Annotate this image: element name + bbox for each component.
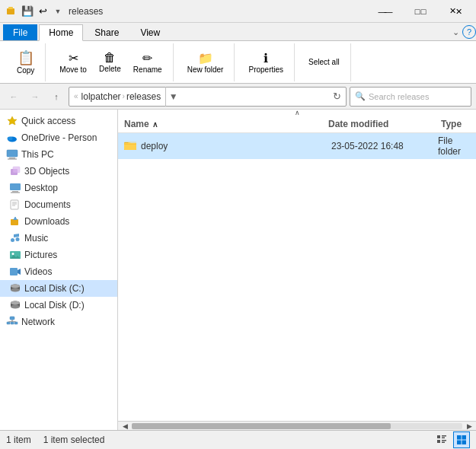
maximize-button[interactable]: □ bbox=[406, 0, 441, 23]
column-date[interactable]: Date modified bbox=[328, 119, 435, 129]
save-icon[interactable]: 💾 bbox=[21, 5, 34, 18]
svg-rect-53 bbox=[457, 435, 462, 440]
sidebar-item-documents[interactable]: Documents bbox=[0, 196, 117, 213]
tab-file[interactable]: File bbox=[3, 24, 37, 40]
3d-objects-label: 3D Objects bbox=[24, 166, 69, 177]
sidebar-item-desktop[interactable]: Desktop bbox=[0, 180, 117, 196]
horizontal-scrollbar[interactable]: ◀ ▶ bbox=[118, 421, 476, 430]
svg-point-34 bbox=[11, 301, 20, 305]
statusbar: 1 item 1 item selected bbox=[0, 430, 476, 449]
undo-icon[interactable]: ↩ bbox=[37, 5, 49, 18]
tab-view[interactable]: View bbox=[130, 24, 170, 40]
sidebar-item-network[interactable]: Network bbox=[0, 314, 117, 330]
help-button[interactable]: ? bbox=[462, 25, 476, 39]
minimize-button[interactable]: — bbox=[371, 0, 406, 23]
view-tiles-button[interactable] bbox=[453, 431, 470, 448]
refresh-button[interactable]: ↻ bbox=[333, 91, 341, 102]
this-pc-icon bbox=[6, 148, 18, 161]
sidebar-item-local-c[interactable]: Local Disk (C:) bbox=[0, 280, 117, 297]
item-count: 1 item bbox=[6, 435, 31, 445]
address-dropdown[interactable]: ▼ bbox=[165, 87, 180, 107]
empty-content[interactable] bbox=[118, 159, 476, 421]
svg-rect-9 bbox=[13, 167, 20, 173]
scrollbar-thumb[interactable] bbox=[132, 423, 391, 429]
column-type[interactable]: Type bbox=[441, 119, 462, 129]
svg-rect-55 bbox=[457, 441, 462, 445]
svg-point-29 bbox=[11, 288, 20, 292]
svg-point-21 bbox=[16, 237, 20, 241]
address-segment-parent[interactable]: lolpatcher bbox=[81, 91, 121, 102]
3d-objects-icon bbox=[9, 165, 21, 177]
sidebar-item-local-d[interactable]: Local Disk (D:) bbox=[0, 297, 117, 314]
close-button[interactable]: ✕ bbox=[441, 0, 476, 23]
ribbon-btn-copy[interactable]: 📋 Copy bbox=[12, 48, 39, 76]
scroll-left-button[interactable]: ◀ bbox=[120, 422, 130, 431]
ribbon-group-organize: ✂ Move to 🗑 Delete ✏ Rename bbox=[49, 43, 173, 81]
up-button[interactable]: ↑ bbox=[47, 88, 65, 106]
svg-rect-36 bbox=[7, 322, 10, 324]
properties-icon: ℹ bbox=[264, 51, 268, 65]
rename-icon: ✏ bbox=[142, 51, 152, 65]
address-path: lolpatcher › releases bbox=[81, 91, 161, 102]
pictures-icon bbox=[9, 249, 21, 261]
svg-rect-50 bbox=[442, 440, 446, 441]
sidebar-item-3d-objects[interactable]: 3D Objects bbox=[0, 163, 117, 180]
dropdown-icon[interactable]: ▼ bbox=[52, 5, 64, 18]
svg-rect-11 bbox=[12, 191, 18, 193]
search-bar[interactable]: 🔍 Search releases bbox=[350, 87, 471, 107]
ribbon-content: 📋 Copy ✂ Move to 🗑 Delete ✏ Rename 📁 New… bbox=[0, 41, 476, 84]
copy-label: Copy bbox=[17, 66, 34, 75]
svg-point-4 bbox=[8, 137, 13, 141]
svg-rect-25 bbox=[10, 268, 18, 275]
column-name[interactable]: Name ∧ bbox=[124, 119, 322, 129]
svg-rect-35 bbox=[10, 317, 14, 320]
svg-point-30 bbox=[11, 285, 20, 288]
window-title: releases bbox=[69, 6, 103, 17]
content-area: ∧ Name ∧ Date modified Type bbox=[118, 110, 476, 430]
sidebar-item-quick-access[interactable]: Quick access bbox=[0, 113, 117, 129]
new-folder-label: New folder bbox=[187, 65, 224, 74]
file-name: deploy bbox=[141, 141, 331, 151]
downloads-label: Downloads bbox=[24, 216, 69, 227]
svg-rect-48 bbox=[442, 435, 446, 437]
svg-rect-6 bbox=[9, 158, 15, 159]
ribbon-btn-new-folder[interactable]: 📁 New folder bbox=[183, 49, 228, 75]
search-icon: 🔍 bbox=[355, 91, 366, 101]
sidebar-item-pictures[interactable]: Pictures bbox=[0, 247, 117, 263]
scroll-right-button[interactable]: ▶ bbox=[464, 422, 474, 431]
ribbon-group-new: 📁 New folder bbox=[177, 43, 235, 81]
sidebar: Quick access OneDrive - Person This PC bbox=[0, 110, 118, 430]
sidebar-item-this-pc[interactable]: This PC bbox=[0, 146, 117, 163]
scrollbar-track[interactable] bbox=[132, 423, 462, 429]
address-segment-current[interactable]: releases bbox=[126, 91, 161, 102]
back-button[interactable]: ← bbox=[5, 88, 23, 106]
svg-rect-7 bbox=[8, 159, 17, 160]
view-details-button[interactable] bbox=[433, 431, 450, 448]
svg-rect-47 bbox=[437, 435, 440, 438]
sidebar-item-music[interactable]: Music bbox=[0, 230, 117, 247]
videos-label: Videos bbox=[24, 266, 52, 277]
ribbon-btn-properties[interactable]: ℹ Properties bbox=[244, 49, 288, 75]
svg-rect-52 bbox=[442, 442, 445, 444]
sidebar-item-onedrive[interactable]: OneDrive - Person bbox=[0, 129, 117, 146]
ribbon-btn-select-all[interactable]: Select all bbox=[304, 56, 344, 68]
documents-label: Documents bbox=[24, 199, 71, 210]
tab-share[interactable]: Share bbox=[85, 24, 129, 40]
network-label: Network bbox=[21, 317, 55, 327]
music-icon bbox=[9, 232, 21, 244]
ribbon-btn-move[interactable]: ✂ Move to bbox=[55, 49, 91, 75]
ribbon-btn-delete[interactable]: 🗑 Delete bbox=[94, 49, 126, 75]
sidebar-item-videos[interactable]: Videos bbox=[0, 263, 117, 280]
file-row[interactable]: deploy 23-05-2022 16:48 File folder bbox=[118, 133, 476, 159]
ribbon-collapse[interactable]: ⌄ bbox=[452, 27, 459, 37]
svg-rect-56 bbox=[462, 441, 467, 445]
address-bar[interactable]: « lolpatcher › releases ▼ ↻ bbox=[69, 87, 347, 107]
documents-icon bbox=[9, 199, 21, 211]
ribbon-btn-rename[interactable]: ✏ Rename bbox=[129, 49, 167, 75]
ribbon-tabs: File Home Share View ⌄ ? bbox=[0, 23, 476, 41]
tab-home[interactable]: Home bbox=[39, 24, 83, 41]
sort-arrow: ∧ bbox=[152, 120, 158, 129]
sidebar-item-downloads[interactable]: Downloads bbox=[0, 213, 117, 230]
search-placeholder: Search releases bbox=[369, 92, 430, 101]
forward-button[interactable]: → bbox=[26, 88, 44, 106]
